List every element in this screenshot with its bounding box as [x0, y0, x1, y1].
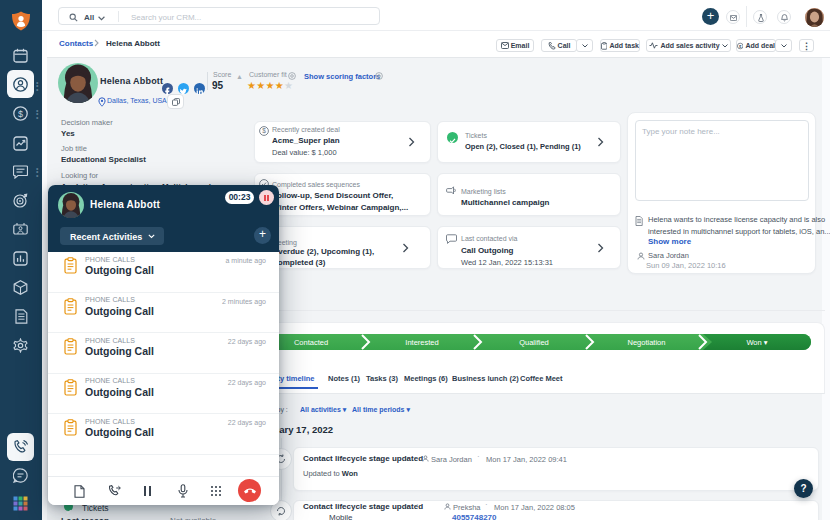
svg-text:$: $	[18, 109, 23, 119]
svg-text:$: $	[262, 127, 266, 134]
svg-text:$: $	[739, 43, 742, 48]
